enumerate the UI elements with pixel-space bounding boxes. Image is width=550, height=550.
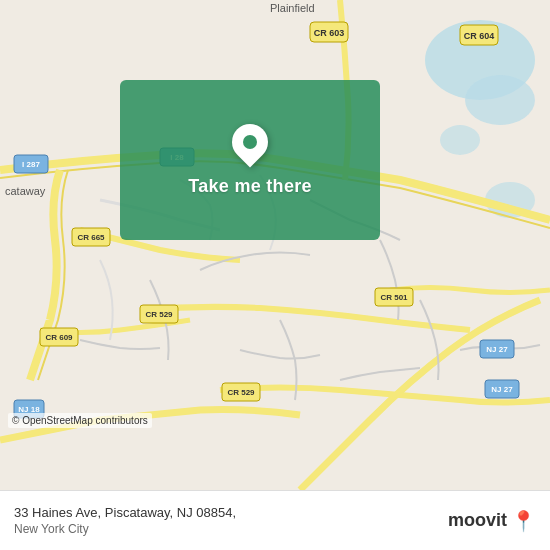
svg-point-2: [465, 75, 535, 125]
svg-text:CR 665: CR 665: [77, 233, 105, 242]
footer-bar: 33 Haines Ave, Piscataway, NJ 08854, New…: [0, 490, 550, 550]
svg-text:I 287: I 287: [22, 160, 40, 169]
svg-text:CR 604: CR 604: [464, 31, 495, 41]
svg-point-3: [440, 125, 480, 155]
svg-text:CR 603: CR 603: [314, 28, 345, 38]
svg-text:CR 529: CR 529: [145, 310, 173, 319]
moovit-logo: moovit 📍: [448, 509, 536, 533]
svg-text:CR 501: CR 501: [380, 293, 408, 302]
address-block: 33 Haines Ave, Piscataway, NJ 08854, New…: [14, 505, 236, 536]
map-pin: [232, 124, 268, 168]
svg-text:Plainfield: Plainfield: [270, 2, 315, 14]
destination-overlay: Take me there: [120, 80, 380, 240]
address-line: 33 Haines Ave, Piscataway, NJ 08854,: [14, 505, 236, 520]
svg-text:NJ 27: NJ 27: [491, 385, 513, 394]
osm-attribution: © OpenStreetMap contributors: [8, 413, 152, 428]
svg-text:CR 609: CR 609: [45, 333, 73, 342]
svg-text:NJ 27: NJ 27: [486, 345, 508, 354]
attribution-text: © OpenStreetMap contributors: [12, 415, 148, 426]
take-me-there-button[interactable]: Take me there: [188, 176, 312, 197]
moovit-wordmark: moovit: [448, 510, 507, 531]
city-line: New York City: [14, 522, 236, 536]
svg-text:cataway: cataway: [5, 185, 46, 197]
moovit-pin-icon: 📍: [511, 509, 536, 533]
map-container: CR 604 CR 603 I 287 I 28 CR 665 CR 609 C…: [0, 0, 550, 490]
svg-text:CR 529: CR 529: [227, 388, 255, 397]
